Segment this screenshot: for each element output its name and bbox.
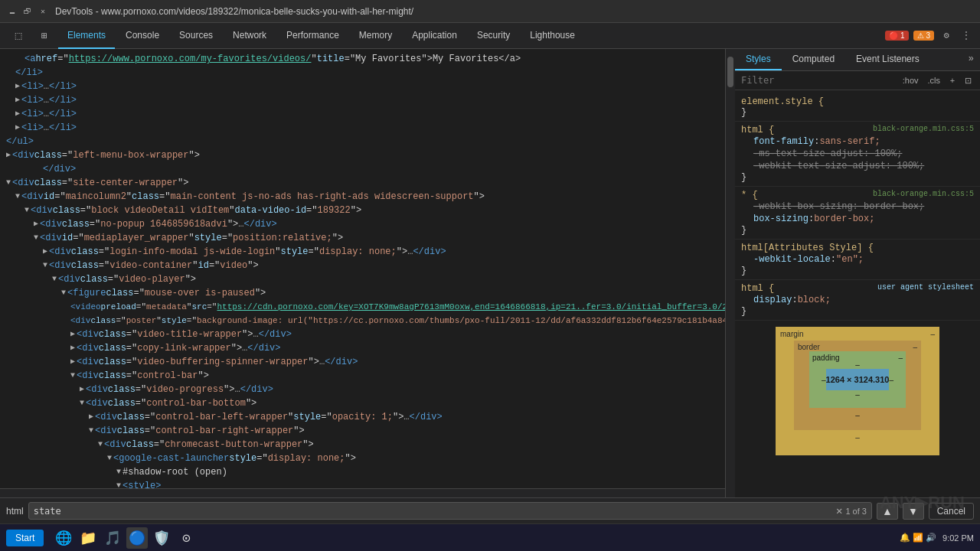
dom-line[interactable]: ▼<div class="control-bar-bottom"> — [0, 396, 725, 410]
padding-bottom: – — [822, 390, 893, 399]
settings-icon[interactable]: ⚙ — [939, 28, 954, 44]
padding-right: – — [889, 376, 893, 384]
dom-line[interactable]: ▼<div class="chromecast-button-wrapper"> — [0, 438, 725, 452]
margin-label: margin — [780, 330, 804, 338]
dom-line[interactable]: ▼<div class="block videoDetail vidItem" … — [0, 204, 725, 217]
tab-application[interactable]: Application — [403, 23, 466, 49]
tab-memory[interactable]: Memory — [350, 23, 401, 49]
taskbar-shield-icon[interactable]: 🛡️ — [151, 527, 172, 549]
tab-sources[interactable]: Sources — [170, 23, 222, 49]
dom-line[interactable]: <div class="poster" style="background-im… — [0, 314, 725, 328]
main-layout: <a href="https://www.pornoxo.com/my-favo… — [0, 49, 980, 497]
tab-computed[interactable]: Computed — [782, 49, 845, 70]
dom-panel: <a href="https://www.pornoxo.com/my-favo… — [0, 49, 726, 497]
box-model-diagram: margin – border – padding – – — [735, 321, 980, 461]
css-rule-element-style: element.style { } — [735, 93, 980, 122]
dom-line[interactable]: ▶<li>…</li> — [0, 107, 725, 121]
toggle-style-icon[interactable]: ⊡ — [962, 74, 974, 86]
device-toggle-icon[interactable]: ⊞ — [32, 24, 57, 48]
tab-console[interactable]: Console — [116, 23, 168, 49]
taskbar-icon-group: 🌐 📁 🎵 🔵 🛡️ ⊙ — [53, 527, 197, 549]
dom-line[interactable]: ▼<style> — [0, 479, 725, 488]
start-button[interactable]: Start — [6, 530, 44, 546]
taskbar-ie-icon[interactable]: 🌐 — [53, 527, 74, 549]
tab-styles[interactable]: Styles — [735, 49, 782, 70]
dom-scrollbar[interactable] — [0, 488, 725, 497]
tab-performance[interactable]: Performance — [277, 23, 348, 49]
dom-line[interactable]: </ul> — [0, 135, 725, 148]
browser-title: DevTools - www.pornoxo.com/videos/189322… — [55, 6, 413, 17]
tab-network[interactable]: Network — [224, 23, 276, 49]
more-tabs-icon[interactable]: » — [962, 49, 980, 70]
dom-line[interactable]: ▶<div class="video-buffering-spinner-wra… — [0, 355, 725, 369]
cls-filter-btn[interactable]: .cls — [925, 75, 944, 86]
add-style-icon[interactable]: + — [946, 74, 959, 86]
padding-label: padding — [812, 354, 840, 362]
browser-window-controls[interactable]: 🗕 🗗 ✕ — [6, 5, 49, 18]
styles-filter-input[interactable] — [741, 75, 897, 86]
border-label: border — [798, 343, 820, 351]
tab-event-listeners[interactable]: Event Listeners — [845, 49, 930, 70]
dom-line[interactable]: ▶<div class="video-progress">…</div> — [0, 383, 725, 396]
find-context-label: html — [6, 506, 24, 517]
taskbar-browser-icon[interactable]: 🔵 — [126, 527, 148, 549]
more-options-icon[interactable]: ⋮ — [959, 28, 974, 44]
css-rule-html-useragent: html { user agent stylesheet display: bl… — [735, 280, 980, 321]
devtools-toolbar-right: 🔴 1 ⚠ 3 ⚙ ⋮ — [885, 28, 980, 44]
minimize-icon[interactable]: 🗕 — [6, 5, 18, 18]
styles-filter-bar: :hov .cls + ⊡ — [735, 71, 980, 90]
element-picker-icon[interactable]: ⬚ — [6, 24, 31, 48]
taskbar-media-icon[interactable]: 🎵 — [102, 527, 123, 549]
dom-line[interactable]: ▼<div id="maincolumn2" class="main-conte… — [0, 190, 725, 204]
dom-line[interactable]: ▼<div class="video-player"> — [0, 272, 725, 286]
system-tray-icons: 🔔 📶 🔊 — [900, 533, 936, 543]
dom-line[interactable]: </li> — [0, 66, 725, 80]
find-input[interactable] — [34, 506, 833, 517]
scrollbar-thumb[interactable] — [727, 57, 733, 87]
dom-line[interactable]: ▶<div class="left-menu-box-wrapper"> — [0, 148, 725, 162]
dom-line[interactable]: ▶<div class="no-popup 1646859618advi">…<… — [0, 217, 725, 231]
dom-line[interactable]: ▶<li>…</li> — [0, 80, 725, 93]
anyrun-logo: ANY▶RUN — [880, 493, 965, 513]
tab-elements[interactable]: Elements — [58, 23, 115, 49]
dom-line[interactable]: ▶<div class="login-info-modal js-wide-lo… — [0, 245, 725, 259]
dom-line[interactable]: ▼<div class="control-bar"> — [0, 369, 725, 383]
dom-line[interactable]: ▼<figure class="mouse-over is-paused"> — [0, 286, 725, 300]
dom-line[interactable]: ▼<div class="video-container" id="video"… — [0, 259, 725, 272]
find-bar: html ✕ 1 of 3 ▲ ▼ Cancel — [0, 497, 980, 523]
dom-line[interactable]: ▶<div class="copy-link-wrapper">…</div> — [0, 341, 725, 355]
taskbar-clock: 9:02 PM — [942, 533, 974, 543]
dom-line[interactable]: <video preload="metadata" src="https://c… — [0, 300, 725, 314]
taskbar-system-tray: 🔔 📶 🔊 9:02 PM — [900, 533, 974, 543]
dom-line[interactable]: ▶<div class="video-title-wrapper">…</div… — [0, 328, 725, 341]
dom-vertical-scrollbar[interactable] — [726, 49, 735, 497]
dom-line[interactable]: ▼<div class="site-center-wrapper"> — [0, 176, 725, 190]
dom-line[interactable]: ▶<li>…</li> — [0, 121, 725, 135]
padding-dash: – — [898, 354, 903, 362]
close-icon[interactable]: ✕ — [37, 5, 49, 18]
dom-tree: <a href="https://www.pornoxo.com/my-favo… — [0, 49, 725, 488]
css-rule-html-1: html { black-orange.min.css:5 font-famil… — [735, 122, 980, 187]
border-bottom-val: – — [809, 411, 906, 419]
maximize-icon[interactable]: 🗗 — [21, 5, 34, 18]
dom-line[interactable]: ▶<li>…</li> — [0, 93, 725, 107]
warning-badge: ⚠ 3 — [913, 31, 934, 41]
dom-line[interactable]: ▼<div id="mediaplayer_wrapper" style="po… — [0, 231, 725, 245]
dom-line[interactable]: <a href="https://www.pornoxo.com/my-favo… — [0, 52, 725, 66]
styles-filter-options: :hov .cls + ⊡ — [900, 74, 974, 86]
dom-line[interactable]: ▼<google-cast-launcher style="display: n… — [0, 452, 725, 465]
dom-line[interactable]: ▶<div class="control-bar-left-wrapper" s… — [0, 410, 725, 424]
dom-line[interactable]: ▼<div class="control-bar-right-wrapper"> — [0, 424, 725, 438]
taskbar-chrome-icon[interactable]: ⊙ — [175, 527, 197, 549]
tab-lighthouse[interactable]: Lighthouse — [521, 23, 584, 49]
error-badge: 🔴 1 — [885, 31, 908, 41]
right-tab-bar: Styles Computed Event Listeners » — [735, 49, 980, 71]
margin-bottom-val: – — [794, 433, 921, 442]
box-model-widget: margin – border – padding – – — [776, 327, 939, 455]
dom-line[interactable]: </div> — [0, 162, 725, 176]
dom-line[interactable]: ▼#shadow-root (open) — [0, 465, 725, 479]
tab-security[interactable]: Security — [468, 23, 519, 49]
taskbar-folder-icon[interactable]: 📁 — [77, 527, 99, 549]
find-clear-icon[interactable]: ✕ — [836, 504, 842, 517]
hov-filter-btn[interactable]: :hov — [900, 75, 922, 86]
